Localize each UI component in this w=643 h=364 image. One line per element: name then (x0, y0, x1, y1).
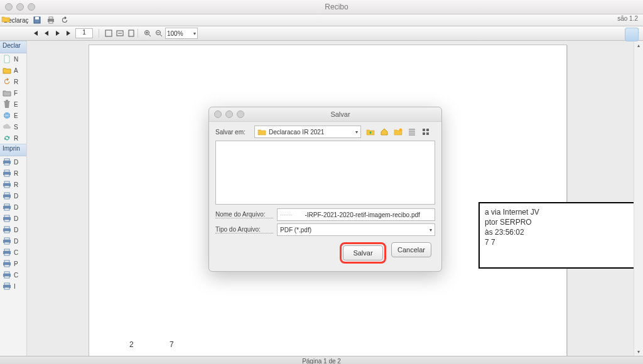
sidebar-item[interactable]: S (0, 121, 26, 132)
chevron-down-icon: ▾ (193, 31, 197, 36)
printer-icon (3, 282, 11, 291)
sidebar-item[interactable]: D (0, 156, 26, 168)
sidebar-item[interactable]: R (0, 132, 26, 144)
doc-icon (3, 55, 11, 63)
dialog-zoom-button[interactable] (237, 110, 244, 118)
svg-rect-39 (4, 260, 9, 262)
fit-page-icon[interactable] (104, 28, 114, 38)
printer-icon (3, 169, 11, 178)
thumbnail-1[interactable] (625, 28, 639, 41)
svg-rect-36 (4, 249, 9, 251)
list-view-icon[interactable] (406, 126, 418, 137)
printer-icon (3, 191, 11, 200)
sidebar-item-label: F (14, 90, 18, 97)
new-folder-icon[interactable] (392, 126, 404, 137)
details-view-icon[interactable] (420, 126, 431, 137)
up-folder-icon[interactable] (365, 126, 376, 137)
tab-icon[interactable] (1, 15, 14, 28)
dialog-close-button[interactable] (214, 110, 222, 118)
svg-rect-45 (4, 283, 9, 285)
zoom-out-icon[interactable] (154, 28, 164, 38)
sidebar-item-label: D (14, 215, 18, 222)
folder-select[interactable]: Declaracao IR 2021 ▾ (254, 126, 361, 138)
sidebar-item[interactable]: R (0, 168, 26, 179)
viewer-toolbar: 1 100%▾ (0, 26, 643, 41)
file-list[interactable] (215, 141, 435, 205)
sidebar-item[interactable]: C (0, 247, 26, 258)
filename-input[interactable]: ·······-IRPF-2021-2020-retif-imagem-reci… (277, 208, 435, 221)
page-number-input[interactable]: 1 (75, 28, 93, 38)
sidebar-item-label: R (14, 135, 18, 142)
first-page-icon[interactable] (30, 28, 40, 38)
filename-value: -IRPF-2021-2020-retif-imagem-recibo.pdf (305, 211, 419, 218)
sidebar-item[interactable]: C (0, 269, 26, 281)
sidebar-item[interactable]: D (0, 213, 26, 224)
sidebar-item[interactable]: F (0, 87, 26, 99)
minimize-window-button[interactable] (16, 3, 24, 11)
dialog-titlebar: Salvar (209, 107, 441, 122)
sidebar-item[interactable]: E (0, 110, 26, 121)
menubar: Declaraç são 1.2 m (0, 14, 643, 26)
actual-size-icon[interactable] (126, 28, 136, 38)
next-page-icon[interactable] (53, 28, 63, 38)
save-icon[interactable] (32, 15, 42, 25)
sidebar-item[interactable]: R (0, 76, 26, 87)
svg-rect-12 (4, 159, 9, 161)
svg-rect-3 (49, 17, 53, 19)
prev-page-icon[interactable] (41, 28, 51, 38)
filetype-label: Tipo do Arquivo: (215, 226, 273, 233)
dialog-window-controls (214, 110, 244, 118)
cancel-button[interactable]: Cancelar (391, 242, 431, 257)
zoom-select[interactable]: 100%▾ (165, 28, 198, 39)
svg-rect-1 (35, 17, 39, 19)
sidebar-item[interactable]: R (0, 179, 26, 190)
sidebar-item[interactable]: A (0, 65, 26, 76)
sidebar-item-label: D (14, 204, 18, 211)
zoom-in-icon[interactable] (143, 28, 153, 38)
filetype-select[interactable]: PDF (*.pdf) ▾ (277, 223, 435, 236)
printer-icon (3, 237, 11, 245)
right-panel (620, 25, 643, 339)
svg-rect-22 (4, 197, 9, 199)
svg-rect-49 (426, 129, 429, 131)
cloud-icon (3, 122, 11, 131)
close-window-button[interactable] (5, 3, 13, 11)
window-title: Recibo (35, 3, 638, 11)
scroll-down-icon[interactable]: ▾ (634, 347, 643, 356)
printer-icon (3, 270, 11, 279)
svg-rect-27 (4, 215, 9, 217)
svg-rect-46 (4, 287, 9, 289)
printer-icon (3, 214, 11, 223)
sidebar-item[interactable]: E (0, 99, 26, 110)
svg-rect-33 (4, 238, 9, 240)
refresh-icon[interactable] (60, 15, 70, 25)
page-footer-number-left: 2 (129, 340, 134, 349)
chevron-down-icon: ▾ (355, 129, 358, 135)
receipt-line-3: às 23:56:02 (485, 227, 642, 237)
sidebar-item[interactable]: I (0, 281, 26, 292)
fit-width-icon[interactable] (115, 28, 125, 38)
save-button[interactable]: Salvar (343, 245, 383, 260)
dialog-minimize-button[interactable] (225, 110, 233, 118)
sidebar-item[interactable]: D (0, 201, 26, 213)
svg-rect-18 (4, 181, 9, 183)
sidebar-item[interactable]: D (0, 224, 26, 235)
last-page-icon[interactable] (64, 28, 74, 38)
sync-icon (3, 134, 11, 142)
sidebar-item[interactable]: D (0, 190, 26, 201)
version-label: são 1.2 (617, 15, 638, 22)
sidebar-item[interactable]: D (0, 235, 26, 247)
print-icon[interactable] (46, 15, 56, 25)
filename-label: Nome do Arquivo: (215, 211, 273, 218)
home-icon[interactable] (379, 126, 390, 137)
filetype-value: PDF (*.pdf) (280, 227, 311, 233)
save-button-highlight: Salvar (340, 242, 386, 264)
svg-rect-28 (4, 220, 9, 222)
svg-rect-13 (4, 163, 9, 165)
sidebar-section-imprimir: Imprin (0, 144, 26, 156)
sidebar-item[interactable]: P (0, 258, 26, 269)
folder-icon (257, 128, 266, 136)
window-controls (5, 3, 35, 11)
sidebar-item[interactable]: N (0, 53, 26, 65)
zoom-window-button[interactable] (28, 3, 35, 11)
